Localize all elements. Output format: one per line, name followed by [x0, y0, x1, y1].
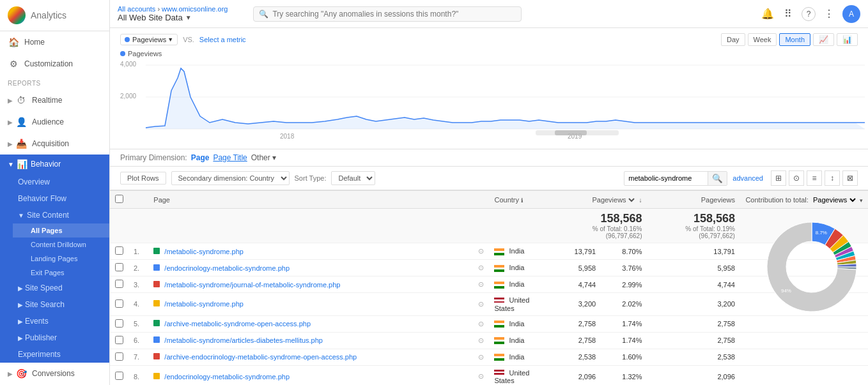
row-action-icon[interactable]: ⊙	[478, 353, 484, 361]
col-pageviews-header[interactable]: Pageviews ↓	[552, 191, 647, 209]
svg-rect-9	[555, 130, 587, 135]
row-contribution-cell	[740, 349, 868, 365]
breadcrumb-site[interactable]: www.omicsonline.org	[162, 5, 228, 13]
sidebar-sub-item-overview[interactable]: Overview	[0, 174, 109, 190]
row-page-link[interactable]: /endocrinology-metabolic-syndrome.php	[164, 264, 290, 272]
view-icon-pie[interactable]: ⊙	[789, 170, 804, 186]
row-checkbox[interactable]	[115, 263, 123, 271]
line-chart-icon-btn[interactable]: 📈	[813, 33, 834, 46]
help-icon[interactable]: ?	[802, 7, 816, 21]
plot-rows-button[interactable]: Plot Rows	[120, 172, 166, 185]
row-pageviews: 2,758	[552, 332, 601, 349]
row-checkbox[interactable]	[115, 280, 123, 288]
total-pageviews2-pct: % of Total: 0.19% (96,797,662)	[652, 225, 734, 239]
row-action-icon[interactable]: ⊙	[478, 247, 484, 255]
row-page-link[interactable]: /archive-endocrinology-metabolic-syndrom…	[164, 353, 357, 361]
row-page-link[interactable]: /metabolic-syndrome/articles-diabetes-me…	[164, 336, 323, 344]
view-icon-list[interactable]: ≡	[807, 170, 822, 186]
property-selector[interactable]: All Web Site Data ▼	[118, 13, 235, 22]
pageviews-chart: 4,000 2,000 2018 2019	[120, 59, 868, 142]
select-all-checkbox[interactable]	[115, 195, 123, 203]
advanced-link[interactable]: advanced	[732, 174, 763, 182]
row-color-dot	[153, 281, 160, 287]
row-flag-icon	[494, 282, 504, 289]
sidebar-sub-item-site-content[interactable]: ▼ Site Content	[13, 207, 109, 223]
sidebar-item-conversions[interactable]: ▶ 🎯 Conversions	[0, 363, 109, 384]
row-page-link[interactable]: /metabolic-syndrome/journal-of-metabolic…	[164, 281, 340, 289]
more-options-icon[interactable]: ⋮	[822, 7, 836, 21]
contribution-metric-select[interactable]: Pageviews	[810, 195, 858, 204]
table-search-button[interactable]: 🔍	[708, 172, 727, 185]
sidebar-sub-item-site-search[interactable]: ▶ Site Search	[0, 296, 109, 313]
sidebar-sub-item-publisher[interactable]: ▶ Publisher	[0, 329, 109, 346]
bar-chart-icon-btn[interactable]: 📊	[837, 33, 858, 46]
row-page-link[interactable]: /metabolic-syndrome.php	[164, 248, 244, 255]
pageviews-metric-select[interactable]: Pageviews	[589, 195, 637, 204]
row-action-icon[interactable]: ⊙	[478, 320, 484, 328]
sidebar-item-behavior[interactable]: ▼ 📊 Behavior	[0, 155, 109, 174]
total-checkbox-cell	[110, 209, 128, 243]
sidebar-item-realtime[interactable]: ▶ ⏱ Realtime	[0, 89, 109, 111]
table-search-input[interactable]	[624, 172, 708, 184]
sidebar-item-acquisition[interactable]: ▶ 📥 Acquisition	[0, 133, 109, 155]
sidebar-sub-sub-item-all-pages[interactable]: All Pages	[13, 223, 109, 238]
col-country[interactable]: Country ℹ	[489, 191, 552, 209]
search-input[interactable]	[272, 10, 516, 19]
sidebar-item-home[interactable]: 🏠 Home	[0, 31, 109, 53]
pageviews-metric-pill[interactable]: Pageviews ▼	[120, 34, 178, 45]
view-icon-grid[interactable]: ⊞	[771, 170, 786, 186]
row-checkbox[interactable]	[115, 246, 123, 255]
secondary-dimension-select[interactable]: Secondary dimension: Country	[171, 171, 290, 185]
row-country-label: India	[509, 264, 525, 271]
table-controls: Plot Rows Secondary dimension: Country S…	[110, 167, 868, 190]
table-header-row: Page Country ℹ Pageviews ↓ Pageviews Con…	[110, 191, 868, 209]
avatar[interactable]: A	[842, 5, 860, 23]
sidebar-header: Analytics	[0, 0, 109, 31]
apps-grid-icon[interactable]: ⠿	[781, 7, 795, 21]
audience-icon: 👤	[15, 116, 27, 128]
sidebar-sub-item-events[interactable]: ▶ Events	[0, 313, 109, 329]
dim-page-title-link[interactable]: Page Title	[213, 153, 247, 162]
row-num: 8.	[128, 365, 148, 385]
sidebar-sub-item-site-speed[interactable]: ▶ Site Speed	[0, 280, 109, 296]
row-country-cell: United States	[489, 365, 552, 385]
row-page-link[interactable]: /archive-metabolic-syndrome-open-access.…	[164, 320, 311, 328]
select-metric-link[interactable]: Select a metric	[199, 36, 246, 43]
row-checkbox[interactable]	[115, 352, 123, 361]
row-checkbox[interactable]	[115, 372, 123, 380]
sidebar-sub-item-experiments[interactable]: Experiments	[0, 346, 109, 363]
dim-page-link[interactable]: Page	[191, 153, 210, 162]
sidebar-item-customization[interactable]: ⚙ Customization	[0, 53, 109, 75]
row-page-link[interactable]: /metabolic-syndrome.php	[164, 300, 244, 308]
row-checkbox[interactable]	[115, 336, 123, 344]
row-page-link[interactable]: /endocrinology-metabolic-syndrome.php	[164, 373, 290, 381]
sort-default-select[interactable]: Default	[331, 171, 375, 185]
row-action-icon[interactable]: ⊙	[478, 336, 484, 344]
month-button[interactable]: Month	[779, 33, 810, 46]
sidebar-sub-sub-item-content-drilldown[interactable]: Content Drilldown	[13, 238, 109, 252]
view-icon-sort[interactable]: ↕	[825, 170, 840, 186]
breadcrumb-all-accounts[interactable]: All accounts	[118, 5, 155, 13]
sidebar-sub-item-behavior-flow[interactable]: Behavior Flow	[0, 190, 109, 207]
sidebar-item-audience[interactable]: ▶ 👤 Audience	[0, 111, 109, 133]
notifications-icon[interactable]: 🔔	[761, 7, 775, 21]
row-pageviews2: 2,538	[647, 349, 740, 365]
row-page-cell: /archive-metabolic-syndrome-open-access.…	[148, 315, 473, 332]
sidebar-sub-sub-item-exit-pages[interactable]: Exit Pages	[13, 266, 109, 280]
col-page[interactable]: Page	[148, 191, 473, 209]
row-action-icon[interactable]: ⊙	[478, 264, 484, 271]
sidebar-sub-sub-label-content-drilldown: Content Drilldown	[31, 241, 86, 248]
week-button[interactable]: Week	[748, 33, 777, 46]
sidebar-sub-label-publisher: Publisher	[25, 333, 57, 342]
dim-other-link[interactable]: Other ▾	[251, 153, 276, 162]
row-checkbox[interactable]	[115, 319, 123, 328]
row-action-icon[interactable]: ⊙	[478, 280, 484, 288]
row-action-icon[interactable]: ⊙	[478, 372, 484, 380]
row-action-icon[interactable]: ⊙	[478, 300, 484, 308]
view-icon-pivot[interactable]: ⊠	[842, 170, 858, 186]
sidebar-sub-sub-item-landing-pages[interactable]: Landing Pages	[13, 252, 109, 266]
row-pageviews2: 2,758	[647, 332, 740, 349]
day-button[interactable]: Day	[721, 33, 745, 46]
row-checkbox[interactable]	[115, 299, 123, 308]
acquisition-expand-icon: ▶	[8, 140, 13, 147]
